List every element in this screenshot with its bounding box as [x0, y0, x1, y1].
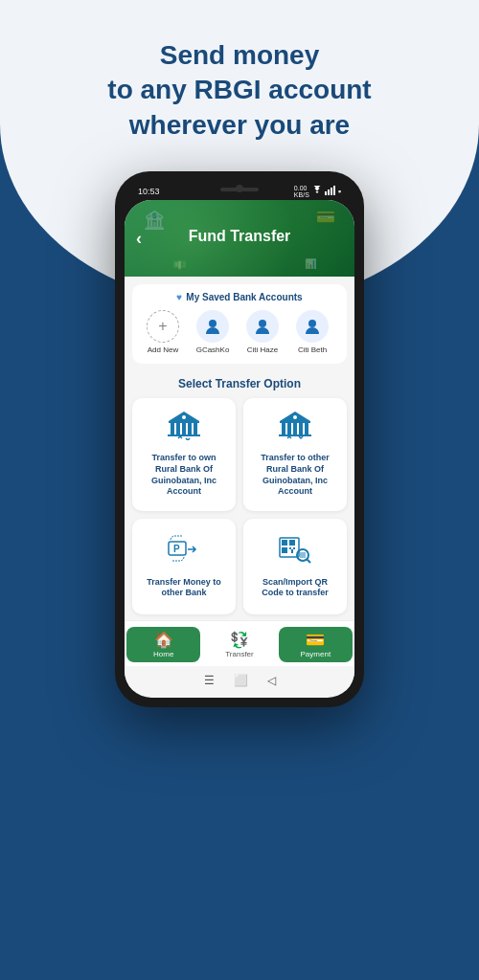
wifi-icon: [312, 186, 322, 197]
transfer-money-icon: P: [167, 534, 201, 571]
svg-rect-7: [182, 423, 186, 434]
account-name-beth: Citi Beth: [298, 345, 327, 354]
transfer-other-rbgi-label: Transfer to other Rural Bank Of Guinobat…: [251, 453, 339, 498]
nav-transfer[interactable]: 💱 Transfer: [202, 627, 276, 662]
account-citi-haze[interactable]: Citi Haze: [241, 310, 284, 354]
account-avatar-haze: [246, 310, 279, 343]
android-home-icon[interactable]: ⬜: [234, 674, 248, 687]
transfer-other-bank-label: Transfer Money to other Bank: [140, 577, 228, 599]
svg-text:P: P: [173, 544, 180, 554]
svg-point-2: [308, 320, 316, 327]
android-menu-icon[interactable]: ☰: [204, 674, 215, 687]
svg-point-12: [182, 415, 186, 419]
android-nav-bar: ☰ ⬜ ◁: [125, 666, 354, 691]
accounts-list: + Add New GCashKo: [142, 310, 337, 356]
plus-icon: +: [158, 319, 167, 334]
svg-rect-19: [279, 434, 311, 436]
back-button[interactable]: ‹: [136, 229, 142, 249]
home-icon: 🏠: [154, 631, 173, 649]
transfer-icon: 💱: [230, 631, 249, 649]
battery-icon: ▪: [338, 187, 341, 196]
svg-point-21: [293, 415, 297, 419]
phone-body: 10:53 0.00KB/S ▪: [115, 171, 364, 707]
svg-rect-10: [168, 434, 200, 436]
svg-rect-28: [289, 547, 291, 549]
account-citi-beth[interactable]: Citi Beth: [291, 310, 333, 354]
home-nav-label: Home: [153, 650, 173, 658]
account-gcashko[interactable]: GCashKo: [192, 310, 234, 354]
transfer-own-account-card[interactable]: Transfer to own Rural Bank Of Guinobatan…: [132, 398, 236, 511]
deco-icon-2: 💳: [316, 208, 335, 226]
svg-point-0: [209, 320, 217, 327]
app-header-title: Fund Transfer: [189, 228, 291, 245]
saved-accounts-section: ♥ My Saved Bank Accounts + Add New: [132, 284, 347, 364]
add-icon: +: [147, 310, 179, 343]
transfer-other-bank-card[interactable]: P Transfer Money to other Bank: [132, 519, 236, 614]
account-name-haze: Citi Haze: [247, 345, 278, 354]
qr-scan-icon: [278, 534, 312, 571]
svg-line-32: [307, 559, 310, 563]
heart-icon: ♥: [176, 292, 182, 302]
scan-qr-card[interactable]: Scan/Import QR Code to transfer: [243, 519, 347, 614]
status-time: 10:53: [138, 187, 160, 196]
svg-rect-6: [176, 423, 180, 434]
transfer-grid: Transfer to own Rural Bank Of Guinobatan…: [132, 398, 347, 614]
phone-screen: 🏦 💳 💵 📊 ‹ Fund Transfer ♥ My Saved Bank …: [125, 200, 354, 698]
add-new-label: Add New: [148, 345, 178, 354]
qr-scan-label: Scan/Import QR Code to transfer: [251, 577, 339, 599]
nav-payment[interactable]: 💳 Payment: [279, 627, 353, 662]
deco-icon-4: 📊: [305, 258, 316, 269]
transfer-own-label: Transfer to own Rural Bank Of Guinobatan…: [140, 453, 228, 498]
svg-rect-26: [289, 540, 295, 546]
svg-rect-4: [169, 421, 199, 423]
deco-icon-1: 🏦: [144, 210, 165, 231]
transfer-nav-label: Transfer: [225, 650, 254, 658]
payment-icon: 💳: [306, 631, 325, 649]
transfer-other-rbgi-card[interactable]: Transfer to other Rural Bank Of Guinobat…: [243, 398, 347, 511]
add-new-account[interactable]: + Add New: [142, 310, 184, 354]
person-icon: [204, 318, 221, 335]
account-avatar-beth: [296, 310, 329, 343]
deco-icon-3: 💵: [172, 258, 187, 272]
status-icons: 0.00KB/S ▪: [294, 185, 341, 198]
person-icon-haze: [254, 318, 271, 335]
svg-rect-29: [293, 547, 295, 549]
network-speed: 0.00KB/S: [294, 185, 309, 198]
svg-rect-18: [305, 423, 308, 434]
account-name-gcashko: GCashKo: [196, 345, 230, 354]
page-title: Send money to any RBGI account wherever …: [29, 38, 450, 143]
app-header: 🏦 💳 💵 📊 ‹ Fund Transfer: [125, 200, 354, 277]
svg-rect-8: [188, 423, 192, 434]
nav-home[interactable]: 🏠 Home: [126, 627, 200, 662]
bank-own-icon: [167, 412, 201, 447]
bottom-nav: 🏠 Home 💱 Transfer 💳 Payment: [125, 620, 354, 666]
svg-rect-17: [299, 423, 303, 434]
signal-icon: [325, 186, 335, 197]
page-header: Send money to any RBGI account wherever …: [0, 0, 479, 162]
svg-rect-5: [171, 423, 174, 434]
svg-rect-14: [282, 423, 285, 434]
svg-rect-27: [282, 547, 287, 553]
svg-rect-15: [287, 423, 291, 434]
payment-nav-label: Payment: [301, 650, 331, 658]
transfer-section-title: Select Transfer Option: [132, 377, 347, 390]
saved-accounts-label: ♥ My Saved Bank Accounts: [142, 292, 337, 302]
transfer-section: Select Transfer Option: [125, 371, 354, 620]
svg-rect-30: [291, 549, 293, 553]
phone-mockup: 10:53 0.00KB/S ▪: [0, 171, 479, 707]
bank-other-icon: [278, 412, 312, 447]
svg-rect-9: [194, 423, 197, 434]
svg-rect-13: [280, 421, 310, 423]
phone-camera: [236, 185, 243, 192]
account-avatar-gcashko: [196, 310, 229, 343]
svg-point-1: [259, 320, 266, 327]
svg-rect-25: [282, 540, 287, 546]
svg-rect-16: [293, 423, 297, 434]
person-icon-beth: [304, 318, 321, 335]
android-back-icon[interactable]: ◁: [267, 674, 276, 687]
